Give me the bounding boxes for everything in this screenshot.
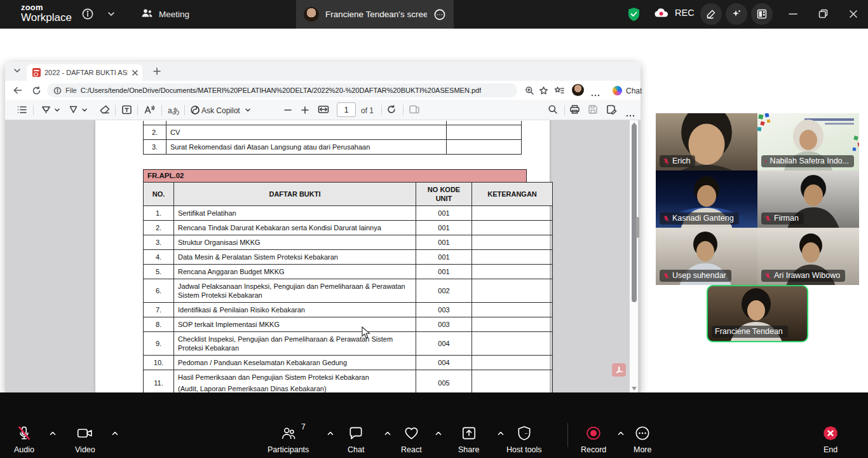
participant-tile[interactable]: Nabilah Safetra Indo... bbox=[757, 113, 859, 170]
end-meeting-button[interactable]: End bbox=[822, 424, 839, 454]
annotate-icon[interactable] bbox=[700, 3, 722, 25]
tab-options-icon[interactable] bbox=[433, 8, 446, 21]
eraser-icon[interactable] bbox=[99, 104, 111, 114]
share-button[interactable]: Share bbox=[458, 424, 479, 454]
draw-chevron-icon[interactable] bbox=[81, 108, 88, 113]
form-code-header: FR.APL.02 bbox=[143, 169, 527, 183]
open-in-acrobat-button[interactable] bbox=[612, 363, 626, 377]
favorite-star-icon[interactable] bbox=[539, 86, 548, 95]
tab-meeting[interactable]: Meeting bbox=[132, 0, 198, 29]
pdf-more-icon[interactable] bbox=[626, 108, 635, 120]
pdf-file-icon bbox=[32, 68, 41, 77]
browser-page-scrollbar[interactable] bbox=[636, 217, 639, 238]
evidence-table: NO. DAFTAR BUKTI NO KODE UNIT KETERANGAN… bbox=[143, 182, 553, 392]
highlighter-icon[interactable] bbox=[41, 104, 51, 115]
draw-pen-icon[interactable] bbox=[68, 104, 79, 115]
shared-screen-area: 2022 - DAFTAR BUKTI ASESMEN.p... File bbox=[0, 29, 868, 392]
record-icon bbox=[585, 424, 602, 442]
chat-options-chevron-icon[interactable] bbox=[384, 431, 391, 436]
save-as-icon[interactable] bbox=[606, 104, 617, 114]
participant-tile[interactable]: Kasnadi Ganteng bbox=[656, 170, 757, 228]
browser-window: 2022 - DAFTAR BUKTI ASESMEN.p... File bbox=[5, 62, 641, 392]
record-button[interactable]: Record bbox=[581, 424, 606, 454]
highlighter-chevron-icon[interactable] bbox=[54, 108, 60, 113]
ask-copilot-label[interactable]: Ask Copilot bbox=[201, 106, 240, 115]
react-button[interactable]: React bbox=[401, 424, 422, 454]
more-ellipsis-icon bbox=[634, 424, 651, 442]
participant-tile[interactable]: Ari Irawan Wibowo bbox=[757, 228, 859, 285]
favorites-bar-icon[interactable] bbox=[554, 86, 564, 95]
zoom-in-icon[interactable] bbox=[301, 106, 309, 114]
browser-menu-icon[interactable] bbox=[591, 88, 600, 99]
add-text-icon[interactable] bbox=[121, 104, 132, 115]
share-screen-icon bbox=[461, 424, 477, 442]
video-options-chevron-icon[interactable] bbox=[111, 431, 119, 436]
header-no: NO. bbox=[144, 183, 174, 206]
audio-options-chevron-icon[interactable] bbox=[49, 431, 57, 436]
copilot-chat-button[interactable]: Chat bbox=[607, 84, 647, 97]
url-scheme-label: File bbox=[65, 87, 77, 94]
close-tab-icon[interactable] bbox=[132, 69, 139, 76]
refresh-icon[interactable] bbox=[32, 86, 41, 95]
participant-name-label: Nabilah Safetra Indo... bbox=[761, 155, 854, 167]
participants-button[interactable]: 7 Participants bbox=[268, 424, 309, 454]
header-daftar-bukti: DAFTAR BUKTI bbox=[174, 183, 416, 206]
ask-copilot-icon[interactable] bbox=[190, 105, 200, 115]
participant-tile-active-speaker[interactable]: Franciene Tendean bbox=[707, 285, 808, 342]
evidence-table-header-row: NO. DAFTAR BUKTI NO KODE UNIT KETERANGAN bbox=[144, 183, 553, 206]
page-info-icon[interactable] bbox=[53, 87, 62, 95]
search-document-icon[interactable] bbox=[548, 104, 558, 114]
more-button[interactable]: More bbox=[634, 424, 651, 454]
copilot-chat-label: Chat bbox=[626, 87, 642, 95]
new-tab-icon[interactable] bbox=[153, 67, 161, 76]
zoom-out-icon[interactable] bbox=[283, 106, 292, 114]
record-options-chevron-icon[interactable] bbox=[617, 431, 625, 436]
participants-options-chevron-icon[interactable] bbox=[327, 431, 334, 436]
copilot-chevron-icon[interactable] bbox=[245, 108, 251, 113]
chevron-down-icon[interactable] bbox=[107, 11, 116, 17]
browser-tab[interactable]: 2022 - DAFTAR BUKTI ASESMEN.p... bbox=[27, 64, 142, 81]
participants-icon: 7 bbox=[280, 424, 297, 442]
profile-avatar[interactable] bbox=[572, 84, 584, 96]
participant-tile[interactable]: Usep suhendar bbox=[656, 228, 757, 285]
close-window-icon[interactable] bbox=[848, 9, 858, 19]
table-row: 3. Surat Rekomendasi dari Atasan Langsun… bbox=[144, 140, 522, 155]
pdf-viewer[interactable]: 2. CV 3. Surat Rekomendasi dari Atasan L… bbox=[5, 120, 641, 392]
zoom-page-icon[interactable] bbox=[525, 86, 534, 95]
participant-tile[interactable]: Erich bbox=[656, 113, 757, 170]
audio-button[interactable]: Audio bbox=[14, 424, 34, 454]
share-options-chevron-icon[interactable] bbox=[497, 431, 505, 436]
participant-name-label: Usep suhendar bbox=[660, 270, 731, 282]
toc-icon[interactable] bbox=[17, 104, 27, 115]
tab-search-chevron-icon[interactable] bbox=[13, 67, 22, 74]
security-shield-icon[interactable] bbox=[627, 7, 641, 22]
copilot-icon bbox=[613, 86, 622, 95]
meeting-info-icon[interactable] bbox=[81, 8, 94, 20]
print-icon[interactable] bbox=[569, 104, 580, 114]
scroll-down-icon[interactable] bbox=[632, 387, 637, 391]
host-tools-button[interactable]: Host tools bbox=[506, 424, 542, 454]
chat-button[interactable]: Chat bbox=[348, 424, 364, 454]
tab-shared-screen[interactable]: Franciene Tendean's screen bbox=[296, 0, 454, 29]
pdf-scrollbar[interactable] bbox=[630, 120, 638, 392]
video-button[interactable]: Video bbox=[75, 424, 95, 454]
fit-width-icon[interactable] bbox=[318, 104, 329, 114]
view-layout-icon[interactable] bbox=[751, 3, 773, 25]
minimize-icon[interactable] bbox=[788, 9, 798, 19]
page-view-icon[interactable] bbox=[409, 104, 420, 114]
save-icon[interactable] bbox=[588, 104, 598, 114]
translate-icon[interactable]: aあ bbox=[168, 106, 180, 116]
restore-window-icon[interactable] bbox=[818, 8, 829, 19]
recording-indicator[interactable]: REC bbox=[653, 6, 695, 19]
pdf-scrollbar-thumb[interactable] bbox=[632, 124, 637, 302]
read-aloud-icon[interactable] bbox=[144, 104, 155, 115]
meeting-toolbar: Audio Video 7 Participants Chat React bbox=[0, 392, 868, 458]
back-icon[interactable] bbox=[13, 86, 23, 95]
ai-companion-icon[interactable] bbox=[726, 3, 747, 25]
page-number-input[interactable] bbox=[337, 102, 356, 117]
rotate-icon[interactable] bbox=[386, 104, 397, 114]
react-options-chevron-icon[interactable] bbox=[435, 431, 442, 436]
chat-bubble-icon bbox=[348, 424, 364, 442]
url-field[interactable]: File C:/Users/tende/OneDrive/Documents/M… bbox=[47, 83, 517, 97]
participant-tile[interactable]: Firman bbox=[757, 170, 859, 228]
